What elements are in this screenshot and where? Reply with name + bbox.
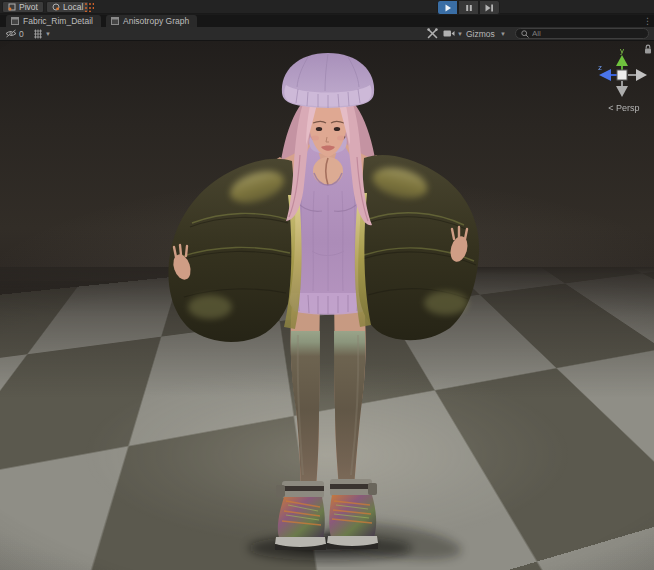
right-boot — [327, 479, 378, 549]
grid-icon — [33, 29, 43, 39]
beanie-hat — [282, 53, 374, 108]
eye-hidden-icon — [5, 29, 17, 38]
step-button[interactable] — [479, 0, 500, 15]
unity-editor-window: Pivot Local — [0, 0, 654, 570]
tab-label: Anisotropy Graph — [123, 16, 189, 26]
local-toggle-button[interactable]: Local — [46, 1, 89, 13]
gizmos-label: Gizmos — [466, 29, 495, 39]
play-button[interactable] — [437, 0, 458, 15]
grid-visibility-toggle[interactable]: ▼ — [33, 27, 51, 40]
play-mode-controls — [437, 0, 500, 15]
y-axis-label: y — [620, 46, 624, 55]
tab-label: Fabric_Rim_Detail — [23, 16, 93, 26]
pause-button[interactable] — [458, 0, 479, 15]
scene-toolbar: 0 ▼ ▼ Gizmos — [0, 27, 654, 41]
window-tab-icon — [11, 17, 19, 25]
tab-anisotropy-graph[interactable]: Anisotropy Graph — [106, 15, 197, 27]
local-icon — [52, 3, 60, 11]
z-axis-label: z — [598, 63, 602, 72]
tab-fabric-rim-detail[interactable]: Fabric_Rim_Detail — [6, 15, 101, 27]
pivot-toggle-button[interactable]: Pivot — [2, 1, 44, 13]
projection-mode-label[interactable]: < Persp — [596, 103, 652, 113]
scene-tools-button[interactable] — [427, 27, 438, 40]
scene-search[interactable] — [515, 28, 649, 39]
main-toolbar: Pivot Local — [0, 0, 654, 14]
scene-visibility-toggle[interactable]: 0 — [5, 27, 24, 40]
gizmos-dropdown-arrow[interactable]: ▼ — [500, 27, 506, 40]
hidden-count: 0 — [19, 29, 24, 39]
search-icon — [521, 30, 529, 38]
camera-icon — [443, 29, 455, 38]
scene-viewport[interactable]: y z < Persp — [0, 41, 654, 570]
chevron-down-icon: ▼ — [45, 31, 51, 37]
chevron-down-icon: ▼ — [457, 31, 463, 37]
lock-icon[interactable] — [644, 44, 652, 54]
y-axis-cone[interactable] — [616, 55, 628, 66]
gizmos-dropdown[interactable]: Gizmos — [466, 27, 495, 40]
gizmo-center-cube[interactable] — [617, 70, 627, 80]
pause-icon — [465, 4, 473, 12]
x-axis-cone[interactable] — [636, 69, 647, 81]
down-axis-cone[interactable] — [616, 86, 628, 97]
step-icon — [485, 4, 494, 12]
character-model[interactable] — [162, 45, 492, 567]
pivot-icon — [8, 3, 16, 11]
local-label: Local — [63, 2, 83, 12]
chevron-down-icon: ▼ — [500, 31, 506, 37]
pivot-label: Pivot — [19, 2, 38, 12]
window-tab-icon — [111, 17, 119, 25]
orientation-gizmo[interactable]: y z — [594, 45, 650, 103]
grid-snap-icon[interactable] — [84, 2, 94, 12]
left-boot — [275, 481, 326, 550]
legs — [291, 303, 366, 489]
tab-bar: Fabric_Rim_Detail Anisotropy Graph ⋮ — [0, 15, 654, 27]
tab-options-menu-icon[interactable]: ⋮ — [643, 15, 652, 27]
scene-camera-settings[interactable]: ▼ — [443, 27, 463, 40]
tools-icon — [427, 28, 438, 39]
play-icon — [444, 4, 452, 12]
scene-search-input[interactable] — [532, 29, 643, 38]
